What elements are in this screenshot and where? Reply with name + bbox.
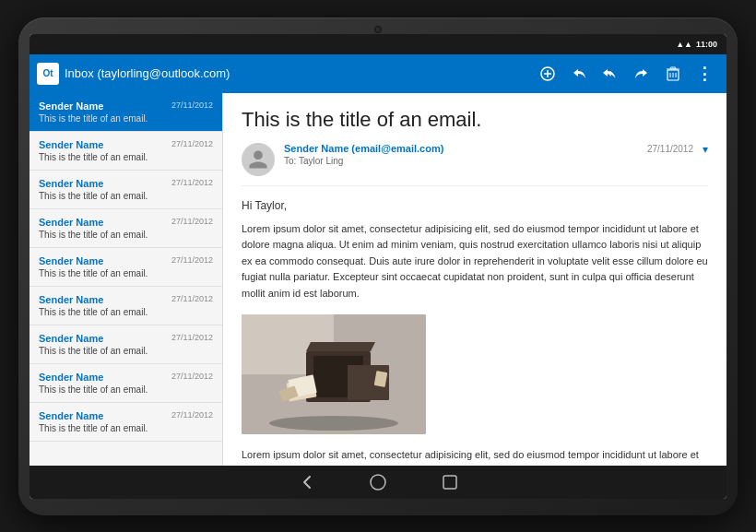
status-time: 11:00 [696, 40, 717, 49]
email-sender: Sender Name [39, 294, 103, 305]
email-date: 27/11/2012 [171, 139, 213, 148]
toolbar-left: Ot Inbox (taylorling@outlook.com) [37, 63, 533, 85]
camera [374, 26, 382, 33]
email-sender: Sender Name [39, 100, 103, 112]
recents-icon [443, 475, 457, 490]
forward-button[interactable] [627, 59, 656, 89]
email-date: 27/11/2012 [171, 217, 213, 226]
email-detail-title: This is the title of an email. [242, 108, 708, 132]
back-icon [297, 473, 315, 491]
outlook-logo: Ot [37, 63, 59, 85]
app-toolbar: Ot Inbox (taylorling@outlook.com) [30, 54, 726, 93]
more-button[interactable]: ⋮ [690, 59, 719, 89]
tablet-screen: ▲▲ 11:00 Ot Inbox (taylorling@outlook.co… [30, 34, 726, 499]
reply-all-button[interactable] [596, 59, 625, 89]
email-date: 27/11/2012 [171, 294, 213, 303]
chevron-down-icon[interactable]: ▾ [703, 143, 708, 156]
svg-point-17 [269, 416, 398, 431]
recents-button[interactable] [437, 469, 463, 495]
nav-bar [30, 466, 726, 499]
email-date: 27/11/2012 [171, 410, 213, 420]
email-date: 27/11/2012 [171, 372, 213, 381]
email-subject: This is the title of an email. [39, 230, 213, 240]
email-to: To: Taylor Ling [284, 156, 640, 166]
sender-avatar [242, 143, 275, 176]
svg-point-20 [371, 475, 385, 490]
email-image [242, 314, 426, 434]
email-item[interactable]: Sender Name 27/11/2012 This is the title… [30, 325, 222, 364]
email-subject: This is the title of an email. [39, 307, 213, 317]
email-item-header: Sender Name 27/11/2012 [39, 372, 213, 383]
email-sender: Sender Name [39, 333, 103, 344]
email-item-header: Sender Name 27/11/2012 [39, 410, 213, 421]
email-item[interactable]: Sender Name 27/11/2012 This is the title… [30, 132, 222, 171]
email-greeting: Hi Taylor, [242, 199, 708, 212]
email-image-svg [242, 314, 426, 434]
svg-rect-5 [670, 67, 676, 69]
email-item-header: Sender Name 27/11/2012 [39, 333, 213, 344]
email-sender: Sender Name [39, 372, 103, 383]
email-subject: This is the title of an email. [39, 346, 213, 356]
email-sender: Sender Name [39, 139, 103, 150]
email-sender: Sender Name [39, 217, 103, 228]
toolbar-title: Inbox (taylorling@outlook.com) [65, 66, 230, 80]
add-button[interactable] [533, 59, 562, 89]
svg-marker-12 [306, 342, 375, 351]
email-item[interactable]: Sender Name 27/11/2012 This is the title… [30, 93, 222, 132]
back-button[interactable] [293, 469, 319, 495]
email-date: 27/11/2012 [171, 255, 213, 265]
email-item[interactable]: Sender Name 27/11/2012 This is the title… [30, 248, 222, 287]
email-item-header: Sender Name 27/11/2012 [39, 255, 213, 266]
tablet-device: ▲▲ 11:00 Ot Inbox (taylorling@outlook.co… [18, 18, 738, 515]
email-item[interactable]: Sender Name 27/11/2012 This is the title… [30, 403, 222, 442]
email-item[interactable]: Sender Name 27/11/2012 This is the title… [30, 209, 222, 248]
email-list[interactable]: Sender Name 27/11/2012 This is the title… [30, 93, 223, 466]
email-detail-header: Sender Name (email@email.com) To: Taylor… [242, 143, 708, 186]
wifi-icon: ▲▲ [676, 40, 692, 49]
email-item-header: Sender Name 27/11/2012 [39, 178, 213, 189]
email-sender: Sender Name [39, 255, 103, 266]
email-subject: This is the title of an email. [39, 384, 213, 395]
email-sender: Sender Name [39, 410, 103, 421]
email-item[interactable]: Sender Name 27/11/2012 This is the title… [30, 171, 222, 209]
email-subject: This is the title of an email. [39, 152, 213, 162]
email-item-header: Sender Name 27/11/2012 [39, 139, 213, 150]
email-date: 27/11/2012 [171, 100, 213, 110]
home-icon [370, 474, 386, 491]
svg-rect-21 [443, 476, 456, 489]
email-item[interactable]: Sender Name 27/11/2012 This is the title… [30, 287, 222, 325]
status-icons: ▲▲ 11:00 [676, 40, 717, 49]
email-item[interactable]: Sender Name 27/11/2012 This is the title… [30, 364, 222, 403]
header-right: 27/11/2012 ▾ [640, 143, 708, 156]
home-button[interactable] [365, 469, 391, 495]
email-detail-date: 27/11/2012 [647, 144, 693, 154]
email-meta: Sender Name (email@email.com) To: Taylor… [284, 143, 640, 166]
email-date: 27/11/2012 [171, 178, 213, 187]
email-subject: This is the title of an email. [39, 191, 213, 201]
email-sender: Sender Name [39, 178, 103, 189]
email-subject: This is the title of an email. [39, 423, 213, 433]
toolbar-actions: ⋮ [533, 59, 719, 89]
delete-button[interactable] [658, 59, 688, 89]
status-bar: ▲▲ 11:00 [30, 34, 726, 54]
reply-button[interactable] [564, 59, 594, 89]
email-body-text: Lorem ipsum dolor sit amet, consectetur … [242, 221, 708, 302]
email-date: 27/11/2012 [171, 333, 213, 342]
main-content: Sender Name 27/11/2012 This is the title… [30, 93, 726, 466]
email-item-header: Sender Name 27/11/2012 [39, 217, 213, 228]
email-detail[interactable]: This is the title of an email. Sender Na… [223, 93, 726, 466]
email-item-header: Sender Name 27/11/2012 [39, 100, 213, 112]
email-subject: This is the title of an email. [39, 113, 213, 124]
email-from: Sender Name (email@email.com) [284, 143, 640, 154]
email-item-header: Sender Name 27/11/2012 [39, 294, 213, 305]
email-body-text-2: Lorem ipsum dolor sit amet, consectetur … [242, 447, 708, 464]
person-icon [247, 148, 269, 171]
email-subject: This is the title of an email. [39, 268, 213, 278]
